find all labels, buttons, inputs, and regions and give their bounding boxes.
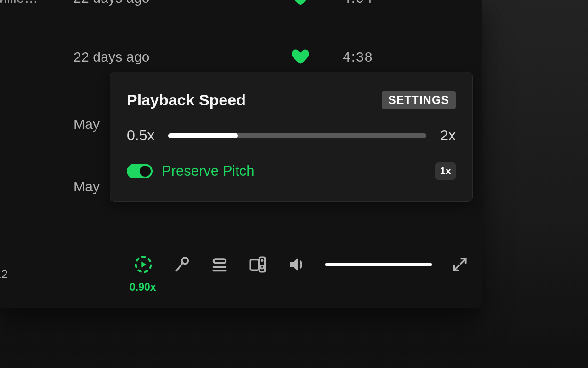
speed-min-label: 0.5x xyxy=(127,127,154,144)
preserve-pitch-label: Preserve Pitch xyxy=(162,163,254,179)
track-added: May xyxy=(74,116,100,132)
preserve-pitch-toggle[interactable] xyxy=(127,164,153,178)
mute-button[interactable] xyxy=(287,255,306,274)
playback-speed-button[interactable] xyxy=(133,254,153,275)
connect-device-icon xyxy=(248,255,267,274)
app-panel: Mille… 22 days ago 4:04 22 days ago 4:38… xyxy=(0,0,482,308)
svg-point-8 xyxy=(262,260,263,261)
track-title: Mille… xyxy=(0,0,69,6)
fullscreen-button[interactable] xyxy=(451,256,469,273)
speed-max-label: 2x xyxy=(440,127,456,144)
speed-slider[interactable] xyxy=(168,133,426,138)
speed-slider-fill xyxy=(168,133,238,138)
svg-point-7 xyxy=(260,265,264,269)
like-button[interactable] xyxy=(288,48,313,66)
popover-title: Playback Speed xyxy=(127,91,246,109)
toggle-knob xyxy=(140,166,151,177)
microphone-icon xyxy=(173,255,191,274)
settings-button[interactable]: SETTINGS xyxy=(382,91,456,109)
track-added: 22 days ago xyxy=(74,0,150,6)
like-button[interactable] xyxy=(288,0,313,7)
track-row[interactable]: 22 days ago 4:38 xyxy=(0,40,478,74)
speaker-icon xyxy=(287,255,306,274)
svg-rect-5 xyxy=(250,260,259,270)
elapsed-time: :12 xyxy=(0,268,8,281)
connect-device-button[interactable] xyxy=(248,255,267,274)
volume-slider-fill xyxy=(325,263,432,266)
queue-icon xyxy=(210,255,229,274)
svg-rect-2 xyxy=(214,259,226,263)
track-duration: 4:38 xyxy=(343,49,373,65)
bottom-control-bar: :12 xyxy=(0,243,482,303)
volume-slider[interactable] xyxy=(325,263,432,266)
track-added: 22 days ago xyxy=(74,49,150,65)
track-row[interactable]: Mille… 22 days ago 4:04 xyxy=(0,0,478,15)
playback-speed-popover: Playback Speed SETTINGS 0.5x 2x Preserve… xyxy=(110,72,473,202)
heart-icon xyxy=(291,0,310,7)
track-added: May xyxy=(74,179,100,195)
reset-speed-button[interactable]: 1x xyxy=(435,162,456,180)
heart-icon xyxy=(291,48,310,66)
queue-button[interactable] xyxy=(210,255,229,274)
lyrics-button[interactable] xyxy=(173,255,191,274)
current-speed-label: 0.90x xyxy=(130,281,156,293)
playback-speed-icon xyxy=(133,254,153,275)
track-duration: 4:04 xyxy=(343,0,373,6)
fullscreen-icon xyxy=(451,256,469,273)
